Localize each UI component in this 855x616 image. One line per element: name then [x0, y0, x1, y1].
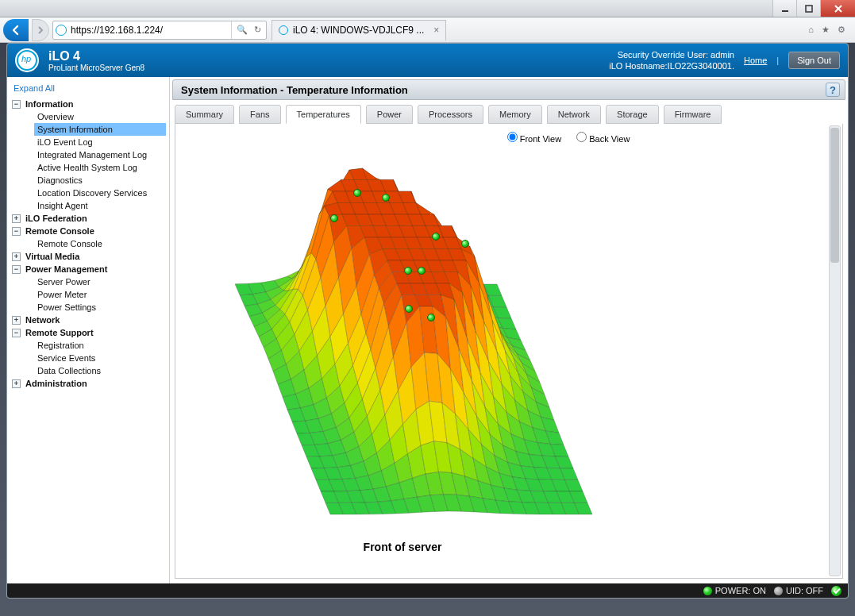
- address-bar[interactable]: 🔍 ↻: [52, 21, 267, 40]
- tree-toggle-icon[interactable]: +: [12, 316, 21, 325]
- sidebar-item-integrated-management-log[interactable]: Integrated Management Log: [34, 148, 166, 161]
- home-icon[interactable]: ⌂: [808, 25, 814, 35]
- health-ok-icon: [831, 586, 842, 596]
- svg-rect-1: [806, 6, 812, 12]
- view-toggle: Front View Back View: [304, 130, 833, 148]
- session-info: Security Override User: admin iLO Hostna…: [609, 49, 734, 72]
- home-link[interactable]: Home: [744, 56, 767, 65]
- page-title: System Information - Temperature Informa…: [181, 84, 408, 96]
- tab-storage[interactable]: Storage: [606, 105, 659, 124]
- sidebar-item-service-events[interactable]: Service Events: [34, 352, 166, 364]
- tab-close-icon[interactable]: ×: [433, 25, 439, 36]
- status-bar: POWER: ON UID: OFF: [7, 583, 848, 598]
- sidebar-item-data-collections[interactable]: Data Collections: [34, 364, 166, 377]
- front-view-radio[interactable]: Front View: [507, 134, 561, 144]
- tab-fans[interactable]: Fans: [239, 105, 280, 124]
- sidebar-item-power-meter[interactable]: Power Meter: [34, 288, 166, 301]
- maximize-button[interactable]: [796, 0, 820, 17]
- url-input[interactable]: [69, 25, 231, 36]
- sidebar-item-overview[interactable]: Overview: [34, 110, 166, 123]
- tree-toggle-icon[interactable]: +: [12, 379, 21, 388]
- back-button[interactable]: [3, 19, 29, 41]
- power-status: POWER: ON: [703, 586, 766, 596]
- product-title: iLO 4: [48, 49, 144, 64]
- tab-temperatures[interactable]: Temperatures: [286, 105, 361, 124]
- sidebar-section-virtual-media[interactable]: +Virtual Media: [10, 250, 166, 263]
- sidebar-item-system-information[interactable]: System Information: [34, 123, 166, 136]
- minimize-button[interactable]: [772, 0, 796, 17]
- temperature-chart: Front of server: [188, 150, 617, 558]
- tab-firmware[interactable]: Firmware: [664, 105, 722, 124]
- expand-all-link[interactable]: Expand All: [10, 82, 166, 98]
- sidebar-item-diagnostics[interactable]: Diagnostics: [34, 174, 166, 187]
- tab-summary[interactable]: Summary: [175, 105, 234, 124]
- window-titlebar: [0, 0, 855, 17]
- sidebar-section-network[interactable]: +Network: [10, 314, 166, 326]
- favorites-icon[interactable]: ★: [822, 25, 830, 35]
- tab-memory[interactable]: Memory: [488, 105, 542, 124]
- tree-toggle-icon[interactable]: +: [12, 214, 21, 223]
- tree-toggle-icon[interactable]: −: [12, 265, 21, 274]
- sidebar-item-remote-console[interactable]: Remote Console: [34, 237, 166, 250]
- main-content: System Information - Temperature Informa…: [170, 77, 848, 583]
- tree-toggle-icon[interactable]: +: [12, 252, 21, 261]
- uid-status: UID: OFF: [774, 586, 823, 596]
- tree-toggle-icon[interactable]: −: [12, 227, 21, 236]
- sidebar-item-active-health-system-log[interactable]: Active Health System Log: [34, 161, 166, 174]
- sub-tabs: SummaryFansTemperaturesPowerProcessorsMe…: [170, 100, 848, 124]
- sidebar-item-insight-agent[interactable]: Insight Agent: [34, 199, 166, 212]
- product-subtitle: ProLiant MicroServer Gen8: [48, 64, 144, 72]
- sidebar-item-power-settings[interactable]: Power Settings: [34, 301, 166, 314]
- tree-toggle-icon[interactable]: −: [12, 329, 21, 337]
- back-view-radio[interactable]: Back View: [576, 134, 630, 144]
- tab-title: iLO 4: WINDOWS-VDJLCF9 ...: [293, 25, 424, 36]
- tab-power[interactable]: Power: [366, 105, 413, 124]
- search-icon[interactable]: 🔍: [237, 25, 248, 35]
- sidebar-item-location-discovery-services[interactable]: Location Discovery Services: [34, 187, 166, 199]
- sidebar-section-ilo-federation[interactable]: +iLO Federation: [10, 212, 166, 225]
- scrollbar[interactable]: [829, 125, 841, 576]
- sidebar-section-remote-console[interactable]: −Remote Console: [10, 225, 166, 237]
- page-title-bar: System Information - Temperature Informa…: [172, 79, 845, 100]
- site-icon: [53, 25, 69, 36]
- help-button[interactable]: ?: [826, 83, 840, 97]
- sidebar-item-server-power[interactable]: Server Power: [34, 275, 166, 288]
- sidebar-section-power-management[interactable]: −Power Management: [10, 263, 166, 275]
- sidebar: Expand All −InformationOverviewSystem In…: [7, 77, 170, 583]
- close-button[interactable]: [820, 0, 855, 17]
- tab-processors[interactable]: Processors: [418, 105, 483, 124]
- tree-toggle-icon[interactable]: −: [12, 100, 21, 109]
- tab-network[interactable]: Network: [547, 105, 601, 124]
- hp-logo: [15, 48, 39, 72]
- chart-caption: Front of server: [191, 536, 614, 555]
- app-header: iLO 4 ProLiant MicroServer Gen8 Security…: [7, 44, 848, 77]
- tools-icon[interactable]: ⚙: [838, 25, 845, 35]
- sidebar-section-administration[interactable]: +Administration: [10, 377, 166, 390]
- ilo-app: iLO 4 ProLiant MicroServer Gen8 Security…: [6, 43, 849, 599]
- browser-tab[interactable]: iLO 4: WINDOWS-VDJLCF9 ... ×: [272, 20, 446, 40]
- sidebar-section-remote-support[interactable]: −Remote Support: [10, 326, 166, 339]
- browser-toolbar: 🔍 ↻ iLO 4: WINDOWS-VDJLCF9 ... × ⌂ ★ ⚙: [0, 17, 855, 43]
- refresh-icon[interactable]: ↻: [254, 25, 261, 35]
- forward-button[interactable]: [32, 19, 49, 41]
- sidebar-item-ilo-event-log[interactable]: iLO Event Log: [34, 136, 166, 148]
- tab-favicon: [279, 25, 288, 35]
- sign-out-button[interactable]: Sign Out: [788, 52, 840, 69]
- sidebar-section-information[interactable]: −Information: [10, 98, 166, 110]
- sidebar-item-registration[interactable]: Registration: [34, 339, 166, 352]
